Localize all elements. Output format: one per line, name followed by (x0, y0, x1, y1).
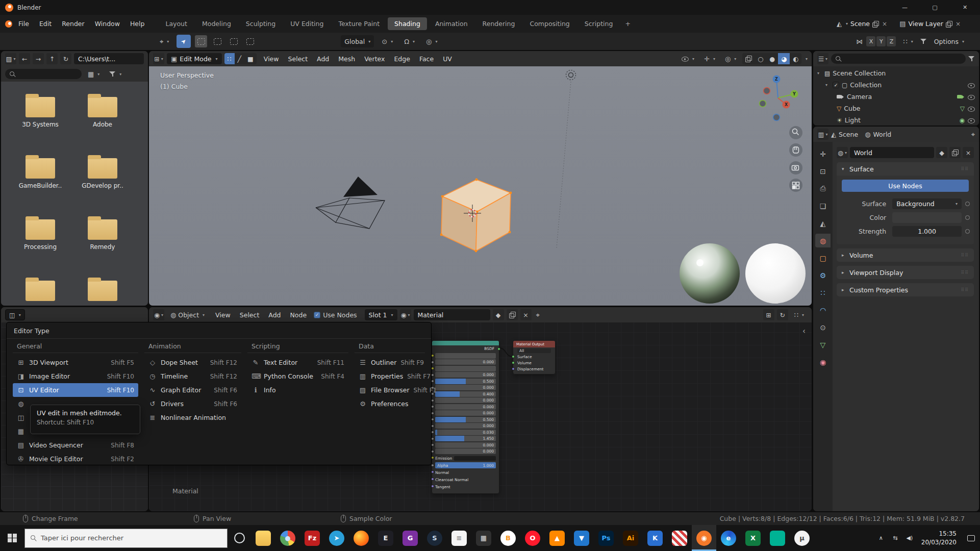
panel-grip-icon[interactable]: ⠿⠿ (961, 253, 969, 258)
close-button[interactable]: ✕ (950, 0, 980, 15)
editor-type-option[interactable]: ℹInfo (247, 383, 348, 397)
bsdf-input-row[interactable]: 0.030 (435, 430, 496, 435)
collection-checkbox[interactable]: ✓ (833, 82, 839, 88)
outliner-row-camera[interactable]: Camera (813, 91, 979, 103)
outliner-row-cube[interactable]: ▽ Cube ▽ (813, 103, 979, 114)
eye-icon[interactable] (967, 117, 975, 123)
material-output-node[interactable]: Material Output All SurfaceVolumeDisplac… (513, 340, 556, 374)
outliner-row-light[interactable]: ☀ Light ◉ (813, 114, 979, 126)
folder-item[interactable]: Adobe (71, 97, 134, 158)
viewport-nav-buttons[interactable] (789, 126, 802, 192)
properties-tab-modifiers[interactable]: ⚙ (815, 268, 831, 282)
bsdf-input-row[interactable]: 0.000 (435, 372, 496, 378)
folder-item[interactable]: Remedy (71, 219, 134, 281)
pin-icon[interactable]: ⌖ (971, 131, 975, 138)
principled-bsdf-node[interactable]: BSDF 0.000 (432, 340, 499, 494)
animate-dot-icon[interactable] (965, 229, 970, 234)
pattern-app-icon[interactable] (667, 525, 692, 551)
shading-options-dropdown[interactable]: ▾ (806, 57, 808, 61)
folder-item[interactable]: GDevelop pr.. (71, 158, 134, 219)
properties-tab-material[interactable]: ◉ (815, 355, 831, 369)
snapping-dropdown[interactable]: ∷▾ (899, 35, 916, 47)
material-name-field[interactable]: Material (414, 309, 490, 320)
filter-icon[interactable] (920, 38, 927, 44)
outliner-search-input[interactable] (831, 54, 966, 64)
outliner-row-collection[interactable]: ▾ ✓ ▢ Collection (813, 79, 979, 91)
properties-tab-scene[interactable]: ◭ (815, 216, 831, 230)
editor-type-option[interactable]: ⚙Preferences (355, 397, 425, 411)
editor-type-option[interactable]: ◷TimelineShift F12 (144, 369, 241, 383)
mirror-axis-button[interactable]: Z (887, 36, 896, 46)
copy-icon[interactable] (946, 21, 952, 27)
editor-type-button[interactable]: ▥▾ (817, 129, 828, 140)
breadcrumb-world[interactable]: World (873, 131, 891, 138)
world-browse-button[interactable]: ◍▾ (837, 147, 848, 158)
solid-shading-button[interactable]: ● (766, 53, 778, 64)
tray-expand-icon[interactable]: ∧ (874, 535, 888, 541)
editor-type-option[interactable]: ✇Movie Clip EditorShift F2 (13, 452, 138, 466)
add-workspace-button[interactable]: + (620, 17, 635, 30)
properties-tab-view-layer[interactable]: ❏ (815, 199, 831, 213)
taskbar-clock[interactable]: 15:35 20/03/2020 (921, 530, 957, 547)
filter-dropdown[interactable]: ▾ (106, 68, 125, 80)
pin-icon[interactable]: ⌖ (536, 312, 540, 318)
back-button[interactable]: ← (19, 53, 30, 64)
folder-item[interactable]: GameBuilder.. (9, 158, 71, 219)
editor-type-option[interactable]: ⊞3D ViewportShift F5 (13, 356, 138, 369)
editor-type-button[interactable]: ⊞▾ (153, 53, 164, 64)
frame-icon[interactable]: ⊞ (763, 309, 774, 320)
panel-grip-icon[interactable]: ⠿⠿ (961, 166, 969, 171)
viewport-canvas[interactable]: User Perspective (1) Cube (149, 66, 812, 306)
shader-menu-item[interactable]: Select (235, 310, 264, 320)
menu-item[interactable]: Edit (34, 18, 57, 30)
taskbar-search-input[interactable]: Taper ici pour rechercher (24, 529, 228, 548)
editor-type-option[interactable]: ▤Video SequencerShift F8 (13, 438, 138, 452)
properties-tab-object[interactable]: ▢ (815, 251, 831, 265)
rendered-shading-button[interactable]: ◐ (790, 53, 801, 64)
properties-tab-physics[interactable]: ◠ (815, 303, 831, 317)
outliner-row-scene-collection[interactable]: ▾ ▤ Scene Collection (813, 67, 979, 79)
folder-item[interactable]: 3D Systems (9, 97, 71, 158)
filezilla-icon[interactable]: Fz (300, 525, 324, 551)
editor-type-option[interactable]: ◨Image EditorShift F10 (13, 369, 138, 383)
tool-dropdown[interactable]: ⌖▾ (156, 35, 172, 47)
disclosure-icon[interactable]: ▾ (817, 71, 822, 76)
teal-app-icon[interactable] (765, 525, 790, 551)
mode-dropdown[interactable]: ▣Edit Mode▾ (167, 53, 222, 64)
edge-icon[interactable]: e (716, 525, 741, 551)
workspace-tab[interactable]: Texture Paint (332, 17, 386, 30)
tangent-row[interactable]: Tangent (435, 484, 496, 490)
navigation-gizmo[interactable]: Z Y X (760, 76, 798, 121)
excel-icon[interactable]: X (741, 525, 765, 551)
properties-tab-output[interactable]: ⎙ (815, 182, 831, 195)
select-mode-extend-button[interactable] (211, 35, 223, 47)
network-icon[interactable]: ⇆ (889, 535, 902, 541)
material-browse-button[interactable]: ◉▾ (400, 309, 411, 320)
panel-header[interactable]: ▸ Custom Properties ⠿⠿ (837, 283, 974, 296)
file-explorer-icon[interactable] (251, 525, 275, 551)
properties-tab-render[interactable]: ⊡ (815, 164, 831, 178)
shader-menu-item[interactable]: Add (264, 310, 285, 320)
utorrent-icon[interactable]: µ (790, 525, 814, 551)
menu-item[interactable]: Window (90, 18, 125, 30)
properties-tab-world[interactable]: ◍ (815, 234, 831, 247)
firefox-icon[interactable] (349, 525, 373, 551)
menu-item[interactable]: Help (125, 18, 150, 30)
folder-item-partial[interactable] (9, 281, 71, 306)
select-mode-subtract-button[interactable] (228, 35, 240, 47)
emission-row[interactable]: Emission (435, 455, 496, 462)
clearcoat-normal-row[interactable]: Clearcoat Normal (435, 477, 496, 483)
unlink-button[interactable]: × (963, 147, 974, 158)
workspace-tab[interactable]: Compositing (523, 17, 576, 30)
jdownloader-icon[interactable]: ▼ (569, 525, 594, 551)
close-icon[interactable]: × (954, 20, 962, 28)
panel-header[interactable]: ▸ Viewport Display ⠿⠿ (837, 266, 974, 279)
bitcoin-wallet-icon[interactable]: B (496, 525, 520, 551)
speaker-icon[interactable]: ◀) (903, 535, 916, 541)
viewport-menu-item[interactable]: Mesh (334, 54, 360, 64)
use-nodes-checkbox[interactable]: ✓ (314, 312, 320, 318)
bsdf-input-row[interactable]: 0.000 (435, 397, 496, 403)
cortana-button[interactable] (228, 533, 251, 543)
krita-icon[interactable]: K (643, 525, 667, 551)
calculator-icon[interactable]: ▦ (471, 525, 496, 551)
